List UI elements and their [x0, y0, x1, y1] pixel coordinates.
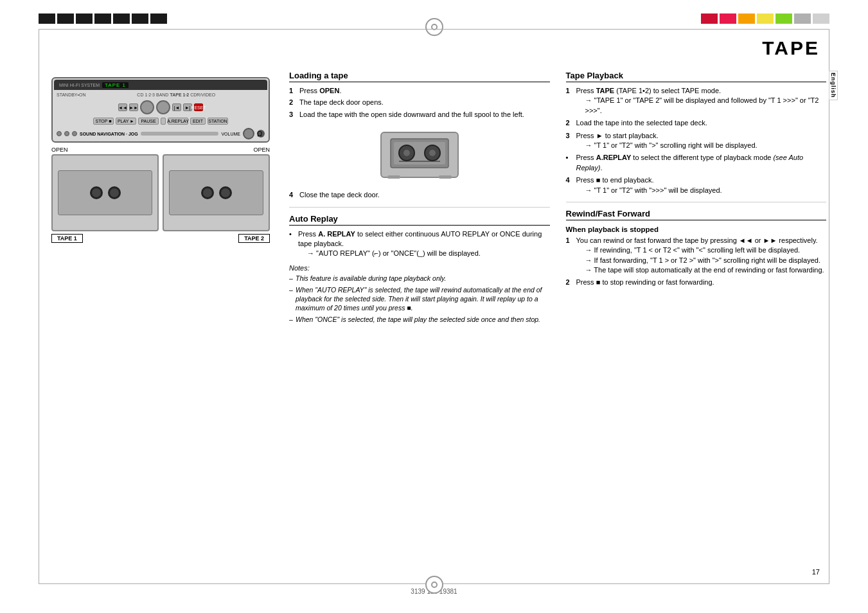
- edit-btn[interactable]: EDIT: [190, 118, 206, 125]
- center-compass-top: [425, 18, 443, 36]
- arrow-text-2: → If fast forwarding, "T 1 > or T2 >" wi…: [576, 256, 824, 265]
- arrow-text: → "AUTO REPLAY" (⌐) or "ONCE"(_) will be…: [298, 249, 550, 258]
- color-block-green: [775, 13, 792, 24]
- tape1-reel-left: [90, 186, 103, 199]
- btn1[interactable]: [161, 118, 166, 125]
- auto-replay-item: • Press A. REPLAY to select either conti…: [289, 229, 550, 259]
- step-text: Close the tape deck door.: [299, 190, 380, 200]
- volume-slider[interactable]: [141, 132, 219, 136]
- content-area: Loading a tape 1 Press OPEN. 2 The tape …: [289, 35, 826, 578]
- step-num: 2: [289, 98, 297, 107]
- arrow-text: → "T 1" or "T2" with ">" scrolling right…: [576, 141, 757, 150]
- volume-knob[interactable]: [243, 128, 254, 139]
- dial[interactable]: [140, 100, 154, 114]
- prev-btn[interactable]: |◄: [172, 103, 181, 111]
- volume-label: VOLUME: [221, 132, 240, 136]
- open-label-left: OPEN: [51, 147, 68, 153]
- color-blocks-left: [39, 13, 167, 24]
- dial2[interactable]: [156, 100, 170, 114]
- bullet-sym: •: [566, 153, 574, 173]
- step-num: 4: [566, 175, 574, 195]
- rewind-btn[interactable]: ◄◄: [118, 103, 127, 111]
- step-text: Load the tape with the open side downwar…: [299, 110, 524, 120]
- jog-btn3[interactable]: [72, 131, 77, 136]
- color-block: [150, 13, 167, 24]
- arrow-text: → "TAPE 1" or "TAPE 2" will be displayed…: [576, 96, 827, 116]
- svg-rect-9: [439, 175, 452, 179]
- notes-list: This feature is available during tape pl…: [289, 274, 550, 324]
- bullet: •: [289, 229, 296, 259]
- model-text: MINI HI-FI SYSTEM: [59, 83, 100, 87]
- color-block-gray: [794, 13, 811, 24]
- playback-step-1: 1 Press TAPE (TAPE 1•2) to select TAPE m…: [566, 86, 827, 116]
- step-num: 3: [289, 110, 297, 120]
- areplay-btn[interactable]: A.REPLAY: [168, 118, 188, 125]
- color-block-yellow: [757, 13, 774, 24]
- color-block: [94, 13, 111, 24]
- notes-title: Notes:: [289, 264, 550, 272]
- tape1-label: TAPE 1: [51, 234, 83, 243]
- rewind-ff-subtitle: When playback is stopped: [566, 226, 827, 233]
- jog-btn2[interactable]: [64, 131, 69, 136]
- display-screen: TAPE 1: [102, 82, 128, 88]
- step-num: 2: [566, 278, 574, 287]
- step-text: Press ■ to stop rewinding or fast forwar…: [576, 278, 714, 287]
- top-bar: [0, 12, 868, 26]
- center-compass-bottom: [425, 576, 443, 594]
- divider: [289, 207, 550, 208]
- step-num: 1: [566, 86, 574, 116]
- color-block-red: [701, 13, 718, 24]
- arrow-text: → "T 1" or "T2" with ">>>" will be displ…: [576, 186, 722, 195]
- arrow-text-3: → The tape will stop automatically at th…: [576, 265, 824, 275]
- headphone-jack: Ω: [257, 130, 265, 138]
- step-text: You can rewind or fast forward the tape …: [576, 236, 824, 276]
- tape2-reel-left: [201, 186, 214, 199]
- border-line-right: [829, 29, 829, 584]
- loading-step-2: 2 The tape deck door opens.: [289, 98, 550, 107]
- tape2-label: TAPE 2: [238, 234, 270, 243]
- playback-step-4: 4 Press ■ to end playback. → "T 1" or "T…: [566, 175, 827, 195]
- jog-btn[interactable]: [57, 131, 62, 136]
- stationmem-btn[interactable]: STATION: [208, 118, 228, 125]
- step-text: Press ► to start playback. → "T 1" or "T…: [576, 131, 757, 151]
- color-block: [39, 13, 55, 24]
- note-3: When "ONCE" is selected, the tape will p…: [289, 315, 550, 324]
- color-block-lightgray: [813, 13, 829, 24]
- left-column: Loading a tape 1 Press OPEN. 2 The tape …: [289, 71, 550, 578]
- loading-tape-section: Loading a tape 1 Press OPEN. 2 The tape …: [289, 71, 550, 200]
- auto-replay-section: Auto Replay • Press A. REPLAY to select …: [289, 214, 550, 324]
- auto-replay-bullets: • Press A. REPLAY to select either conti…: [289, 229, 550, 259]
- step-text: Press A.REPLAY to select the different t…: [576, 153, 827, 173]
- step-num: 1: [566, 236, 574, 276]
- standby-label: STANDBY•ON: [57, 93, 86, 97]
- color-block-orange: [738, 13, 755, 24]
- tape2-reel-right: [219, 186, 232, 199]
- ff-btn[interactable]: ►►: [129, 103, 138, 111]
- reset-btn[interactable]: RESET: [194, 103, 203, 111]
- note-2: When "AUTO REPLAY" is selected, the tape…: [289, 285, 550, 313]
- page-number: 17: [812, 568, 820, 576]
- step-text: Press TAPE (TAPE 1•2) to select TAPE mod…: [576, 86, 827, 116]
- loading-tape-title: Loading a tape: [289, 71, 550, 82]
- step-text: Press OPEN.: [299, 86, 341, 96]
- step-num: 2: [566, 118, 574, 128]
- rewind-step-1: 1 You can rewind or fast forward the tap…: [566, 236, 827, 276]
- device-illustration: MINI HI-FI SYSTEM TAPE 1 STANDBY•ON CD 1…: [45, 77, 276, 243]
- bullet-text: Press A. REPLAY to select either continu…: [298, 229, 550, 259]
- notes-section: Notes: This feature is available during …: [289, 264, 550, 324]
- divider2: [566, 202, 827, 202]
- playback-bullet: • Press A.REPLAY to select the different…: [566, 153, 827, 173]
- compass-inner-bottom: [431, 582, 438, 588]
- tape1-reel-right: [108, 186, 121, 199]
- svg-point-6: [429, 150, 436, 156]
- playback-step-2: 2 Load the tape into the selected tape d…: [566, 118, 827, 128]
- color-block: [57, 13, 74, 24]
- loading-step-3: 3 Load the tape with the open side downw…: [289, 110, 550, 120]
- stop-btn[interactable]: STOP ■: [93, 118, 114, 125]
- pause-btn[interactable]: PAUSE: [138, 118, 159, 125]
- step-text: The tape deck door opens.: [299, 98, 384, 107]
- tape-playback-section: Tape Playback 1 Press TAPE (TAPE 1•2) to…: [566, 71, 827, 195]
- color-blocks-right: [701, 13, 829, 24]
- step-text: Press ■ to end playback. → "T 1" or "T2"…: [576, 175, 722, 195]
- play-btn[interactable]: PLAY ►: [116, 118, 136, 125]
